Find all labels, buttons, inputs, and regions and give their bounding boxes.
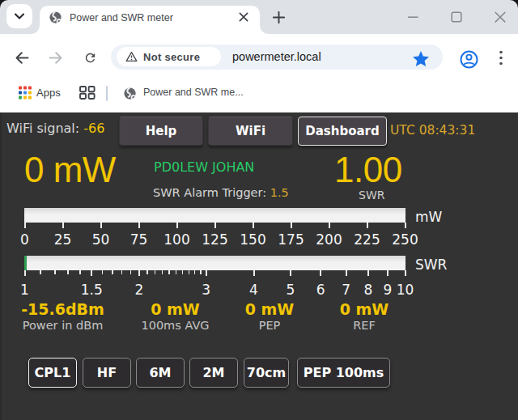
readout-label: 100ms AVG [141,319,209,332]
swr-value-label: SWR [359,189,384,202]
meter-major-tick [387,270,388,276]
swr-value: 1.00 [334,152,402,188]
maximize-icon[interactable] [448,0,465,34]
readout-label: Power in dBm [23,319,104,332]
meter-major-tick [206,270,207,276]
dashboard-button[interactable]: Dashboard [298,117,387,146]
meter-minor-tick [146,270,148,274]
meter-minor-tick [189,270,190,274]
security-chip-label: Not secure [143,51,200,63]
profile-icon[interactable] [460,50,478,69]
utc-clock: UTC 08:43:31 [390,123,475,138]
back-arrow-icon[interactable] [15,51,29,65]
bookmark-star-icon[interactable] [412,50,430,67]
meter-minor-tick [162,270,163,274]
meter-major-tick [367,223,368,228]
meter-tick-label: 4 [249,282,258,298]
meter-minor-tick [121,270,123,274]
band-button-70cm[interactable]: 70cm [244,358,289,388]
bookmark-item[interactable]: Power and SWR me... [143,87,244,98]
meter-minor-tick [182,270,184,274]
meter-tick-label: 175 [278,231,304,248]
window-close-icon[interactable] [492,0,508,34]
meter-tick-label: 125 [202,231,227,248]
meter-minor-tick [194,270,196,274]
meter-tick-label: 225 [354,231,380,248]
screenshot-root: Power and SWR meter Not secure powermete… [0,0,518,420]
meter-major-tick [24,270,26,276]
swr-meter-unit: SWR [415,257,447,273]
security-chip[interactable]: Not secure [117,47,221,66]
band-button-hf[interactable]: HF [83,358,131,388]
readout-value: -15.6dBm [21,300,104,318]
url-text[interactable]: powermeter.local [232,50,321,63]
meter-major-tick [138,270,140,276]
meter-minor-tick [79,270,81,274]
meter-major-tick [329,223,330,228]
tab-strip: Power and SWR meter [0,0,518,34]
meter-major-tick [320,270,321,276]
reload-icon[interactable] [83,51,97,65]
meter-tick-label: 5 [287,282,295,298]
readout-label: REF [353,319,376,332]
meter-tick-label: 0 [20,231,29,248]
apps-label[interactable]: Apps [36,87,61,99]
meter-minor-tick [67,270,69,274]
kebab-menu-icon[interactable] [497,50,505,66]
readout-value: 0 mW [245,300,295,318]
help-button[interactable]: Help [119,117,203,146]
meter-major-tick [214,223,216,228]
meter-minor-tick [54,270,56,274]
power-meter-bar [24,208,405,223]
page-content: WiFi signal: -66 Help WiFi Dashboard UTC… [0,112,518,420]
new-tab-button[interactable] [273,11,285,23]
meter-minor-tick [40,270,41,274]
meter-tick-label: 1 [20,282,29,298]
tab-close-icon[interactable] [238,11,249,23]
forward-arrow-icon[interactable] [49,51,63,65]
meter-minor-tick [130,270,132,274]
grid-2x2-icon[interactable] [79,86,96,100]
band-button-2m[interactable]: 2M [189,358,238,388]
wifi-signal-value: -66 [83,121,104,136]
meter-tick-label: 250 [392,231,418,248]
meter-tick-label: 25 [54,231,72,248]
swr-alarm-value: 1.5 [270,186,289,199]
bookmark-favicon-icon [124,87,136,100]
meter-tick-label: 2 [135,282,144,298]
meter-major-tick [346,270,347,276]
apps-grid-icon[interactable] [19,86,32,100]
meter-major-tick [405,223,406,228]
band-button-pep-100ms[interactable]: PEP 100ms [297,358,390,388]
meter-tick-label: 150 [240,231,265,248]
meter-minor-tick [200,270,202,274]
browser-window: Power and SWR meter Not secure powermete… [0,0,518,420]
address-bar[interactable]: Not secure powermeter.local [111,45,443,70]
meter-minor-tick [155,270,156,274]
meter-tick-label: 10 [397,282,414,298]
swr-meter-fill [24,256,27,270]
readout-value: 0 mW [340,300,389,318]
band-button-6m[interactable]: 6M [136,358,185,388]
browser-tab[interactable]: Power and SWR meter [40,6,260,34]
tab-title: Power and SWR meter [70,12,173,23]
window-left-edge [0,112,2,420]
meter-minor-tick [102,270,104,274]
meter-major-tick [62,223,64,228]
meter-tick-label: 1.5 [81,282,103,298]
minimize-icon[interactable] [405,0,421,34]
meter-minor-tick [168,270,170,274]
meter-tick-label: 8 [364,282,373,298]
wifi-button[interactable]: WiFi [208,117,293,146]
bookmarks-separator [106,86,108,101]
meter-major-tick [405,270,406,276]
meter-major-tick [290,270,291,276]
meter-major-tick [91,270,92,276]
meter-tick-label: 100 [163,231,189,248]
tab-search-button[interactable] [6,4,32,28]
meter-tick-label: 6 [316,282,325,298]
meter-minor-tick [112,270,113,274]
band-button-cpl1[interactable]: CPL1 [28,358,77,388]
power-meter-unit: mW [415,209,442,225]
meter-major-tick [138,223,140,228]
